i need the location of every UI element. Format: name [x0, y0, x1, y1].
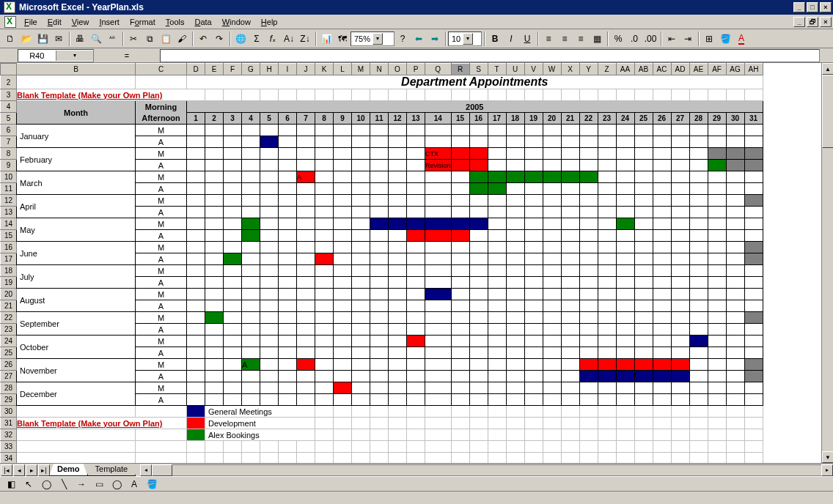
plan-cell[interactable]: [598, 171, 616, 183]
plan-cell[interactable]: [352, 230, 370, 242]
bold-button[interactable]: B: [487, 31, 503, 47]
menu-file[interactable]: File: [19, 16, 43, 28]
plan-cell[interactable]: [297, 265, 315, 277]
plan-cell[interactable]: [334, 382, 352, 394]
plan-cell[interactable]: [242, 242, 260, 253]
plan-cell[interactable]: [469, 336, 488, 347]
plan-cell[interactable]: [524, 253, 543, 265]
plan-cell[interactable]: [297, 359, 315, 371]
plan-cell[interactable]: [469, 183, 488, 195]
cut-button[interactable]: ✂: [125, 31, 142, 47]
plan-cell[interactable]: [671, 300, 689, 312]
plan-cell[interactable]: [352, 336, 370, 347]
plan-cell[interactable]: [224, 312, 242, 324]
plan-cell[interactable]: [488, 265, 506, 277]
row-header-23[interactable]: 23: [1, 324, 17, 336]
plan-cell[interactable]: [506, 300, 524, 312]
plan-cell[interactable]: [242, 171, 260, 183]
plan-cell[interactable]: [506, 195, 524, 207]
plan-cell[interactable]: [315, 171, 334, 183]
plan-cell[interactable]: [224, 253, 242, 265]
plan-cell[interactable]: [187, 289, 205, 300]
plan-cell[interactable]: [352, 371, 370, 382]
plan-cell[interactable]: [634, 289, 653, 300]
plan-cell[interactable]: [407, 160, 425, 171]
plan-cell[interactable]: [524, 136, 543, 148]
plan-cell[interactable]: [370, 230, 389, 242]
plan-cell[interactable]: [279, 160, 297, 171]
plan-cell[interactable]: [708, 394, 726, 406]
plan-cell[interactable]: [370, 289, 389, 300]
plan-cell[interactable]: [561, 312, 579, 324]
plan-cell[interactable]: [488, 183, 506, 195]
plan-cell[interactable]: [297, 382, 315, 394]
col-header-U[interactable]: U: [506, 64, 524, 75]
fontsize-combo[interactable]: 10▾: [448, 32, 482, 46]
plan-cell[interactable]: [671, 312, 689, 324]
plan-cell[interactable]: [506, 394, 524, 406]
plan-cell[interactable]: [242, 371, 260, 382]
spreadsheet-grid[interactable]: BCDEFGHIJKLMNOPQRSTUVWXYZAAABACADAEAFAGA…: [0, 63, 763, 463]
plan-cell[interactable]: [279, 371, 297, 382]
plan-cell[interactable]: [205, 195, 224, 207]
plan-cell[interactable]: [488, 207, 506, 218]
plan-cell[interactable]: [598, 218, 616, 230]
plan-cell[interactable]: [708, 253, 726, 265]
plan-cell[interactable]: [561, 371, 579, 382]
plan-cell[interactable]: [451, 289, 469, 300]
plan-cell[interactable]: [260, 160, 279, 171]
plan-cell[interactable]: [506, 242, 524, 253]
plan-cell[interactable]: [598, 253, 616, 265]
plan-cell[interactable]: [205, 242, 224, 253]
sort-asc-button[interactable]: A↓: [281, 31, 297, 47]
plan-cell[interactable]: [260, 312, 279, 324]
plan-cell[interactable]: [579, 324, 598, 336]
plan-cell[interactable]: [543, 300, 561, 312]
plan-cell[interactable]: [488, 312, 506, 324]
plan-cell[interactable]: [524, 218, 543, 230]
row-header-8[interactable]: 8: [1, 148, 17, 160]
hscroll-thumb[interactable]: [152, 464, 172, 476]
tab-first-button[interactable]: |◂: [1, 464, 12, 476]
plan-cell[interactable]: [543, 347, 561, 359]
plan-cell[interactable]: [242, 336, 260, 347]
plan-cell[interactable]: [616, 125, 634, 136]
increase-decimal-button[interactable]: .0: [626, 31, 642, 47]
plan-cell[interactable]: [653, 218, 671, 230]
plan-cell[interactable]: [315, 207, 334, 218]
plan-cell[interactable]: [224, 125, 242, 136]
plan-cell[interactable]: [297, 312, 315, 324]
plan-cell[interactable]: [524, 183, 543, 195]
plan-cell[interactable]: [488, 136, 506, 148]
plan-cell[interactable]: [671, 171, 689, 183]
save-button[interactable]: 💾: [34, 31, 51, 47]
plan-cell[interactable]: [425, 289, 452, 300]
plan-cell[interactable]: [708, 136, 726, 148]
menu-edit[interactable]: Edit: [43, 16, 67, 28]
plan-cell[interactable]: [579, 289, 598, 300]
blank-template-link[interactable]: Blank Template (Make your Own Plan): [17, 89, 205, 101]
plan-cell[interactable]: [653, 265, 671, 277]
plan-cell[interactable]: [370, 148, 389, 160]
plan-cell[interactable]: [726, 230, 744, 242]
plan-cell[interactable]: [653, 148, 671, 160]
plan-cell[interactable]: [616, 218, 634, 230]
row-header-26[interactable]: 26: [1, 359, 17, 371]
plan-cell[interactable]: [334, 300, 352, 312]
plan-cell[interactable]: [260, 265, 279, 277]
plan-cell[interactable]: [598, 300, 616, 312]
plan-cell[interactable]: [488, 148, 506, 160]
plan-cell[interactable]: [451, 160, 469, 171]
plan-cell[interactable]: [708, 230, 726, 242]
plan-cell[interactable]: [653, 300, 671, 312]
plan-cell[interactable]: [579, 300, 598, 312]
plan-cell[interactable]: [671, 253, 689, 265]
plan-cell[interactable]: [224, 394, 242, 406]
plan-cell[interactable]: [425, 218, 452, 230]
plan-cell[interactable]: [279, 300, 297, 312]
plan-cell[interactable]: [579, 230, 598, 242]
plan-cell[interactable]: [407, 289, 425, 300]
plan-cell[interactable]: [334, 253, 352, 265]
plan-cell[interactable]: [297, 277, 315, 289]
col-header-AD[interactable]: AD: [671, 64, 689, 75]
